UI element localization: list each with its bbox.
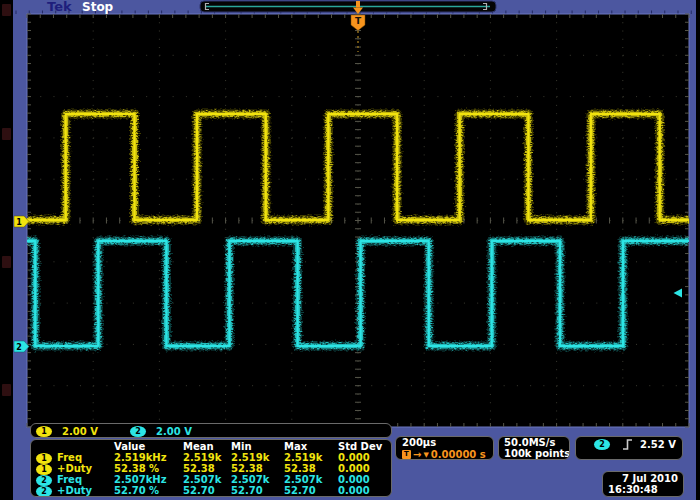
bezel-led [2, 256, 11, 268]
measurement-max: 52.70 [284, 486, 316, 496]
acquisition-status: Stop [82, 0, 113, 14]
measurement-stddev: 0.000 [338, 464, 370, 474]
measurement-min: 52.70 [231, 486, 263, 496]
trigger-arrow-shaft [356, 1, 360, 8]
measurement-stddev: 0.000 [338, 475, 370, 485]
trigger-icon: T [402, 450, 411, 459]
right-bezel [696, 0, 700, 500]
measurement-name: +Duty [57, 486, 92, 496]
record-length-readout: 100k points [504, 449, 570, 459]
datetime-box: 7 Jul 2010 16:30:48 [602, 471, 684, 497]
horizontal-delay-readout: T→▼ 0.00000 s [402, 449, 486, 460]
measurement-value: 52.70 % [114, 486, 159, 496]
ch2-badge: 2 [36, 486, 52, 497]
measurement-min: 52.38 [231, 464, 263, 474]
ch2-scale-readout[interactable]: 2.00 V [156, 427, 192, 437]
measurement-min: 2.507k [231, 475, 269, 485]
measurement-max: 52.38 [284, 464, 316, 474]
trigger-level-readout: 2.52 V [640, 440, 676, 450]
col-header-stddev: Std Dev [338, 442, 382, 452]
ch2-badge: 2 [36, 475, 52, 486]
sample-rate-readout: 50.0MS/s [504, 438, 555, 448]
record-view-bar [200, 1, 496, 12]
ch1-marker-label: 1 [16, 218, 22, 227]
col-header-value: Value [114, 442, 145, 452]
rising-edge-slope-icon [621, 438, 634, 451]
ch1-badge: 1 [36, 464, 52, 475]
measurement-name: Freq [57, 453, 82, 463]
bezel-led [2, 4, 11, 16]
measurement-mean: 2.519k [183, 453, 221, 463]
measurement-value: 2.519kHz [114, 453, 166, 463]
col-header-mean: Mean [183, 442, 214, 452]
horizontal-readout[interactable]: 200µs T→▼ 0.00000 s [395, 436, 494, 460]
measurement-value: 52.38 % [114, 464, 159, 474]
measurement-name: Freq [57, 475, 82, 485]
measurement-name: +Duty [57, 464, 92, 474]
measurement-stddev: 0.000 [338, 453, 370, 463]
ch1-badge: 1 [36, 453, 52, 464]
col-header-max: Max [284, 442, 307, 452]
measurement-mean: 52.70 [183, 486, 215, 496]
ch2-badge[interactable]: 2 [130, 426, 146, 437]
measurement-mean: 52.38 [183, 464, 215, 474]
delay-value: 0.00000 s [431, 449, 486, 460]
measurement-max: 2.507k [284, 475, 322, 485]
trigger-readout[interactable]: 2 2.52 V [575, 436, 683, 460]
measurement-mean: 2.507k [183, 475, 221, 485]
arrow-right-icon: → [413, 449, 421, 460]
ch1-scale-readout[interactable]: 2.00 V [62, 427, 98, 437]
ch1-badge[interactable]: 1 [36, 426, 52, 437]
vertical-scale-bar: 1 2.00 V 2 2.00 V [30, 423, 392, 438]
left-bezel [0, 0, 13, 500]
oscilloscope-screen: T 1 2 Tek Stop 1 2.00 V 2 2.00 V Value [0, 0, 700, 500]
trigger-source-badge: 2 [594, 439, 610, 450]
tek-logo: Tek [47, 0, 72, 14]
expansion-point-icon: ▼ [423, 451, 428, 459]
acquisition-readout[interactable]: 50.0MS/s 100k points [498, 436, 570, 460]
time-readout: 16:30:48 [608, 485, 658, 495]
measurement-stddev: 0.000 [338, 486, 370, 496]
measurement-table: Value Mean Min Max Std Dev 1 Freq 2.519k… [30, 439, 392, 497]
date-readout: 7 Jul 2010 [622, 474, 678, 484]
ch2-marker-label: 2 [16, 343, 22, 352]
measurement-value: 2.507kHz [114, 475, 166, 485]
measurement-row-ch2-duty: 2 +Duty 52.70 % 52.70 52.70 52.70 0.000 [31, 486, 391, 497]
trigger-badge-label: T [355, 16, 362, 26]
bezel-led [2, 128, 11, 140]
bezel-led [2, 384, 11, 396]
measurement-max: 2.519k [284, 453, 322, 463]
timebase-readout: 200µs [402, 438, 436, 448]
col-header-min: Min [231, 442, 252, 452]
measurement-min: 2.519k [231, 453, 269, 463]
